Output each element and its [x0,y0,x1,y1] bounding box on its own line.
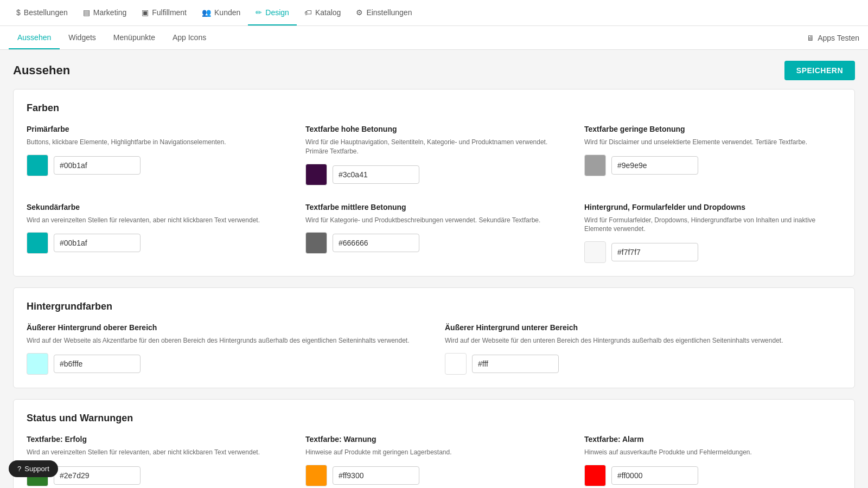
sekundaerfarbe-item: Sekundärfarbe Wird an vereinzelten Stell… [27,203,284,264]
subnav-menuepunkte[interactable]: Menüpunkte [105,26,164,49]
nav-item-fulfillment[interactable]: ▣ Fulfillment [134,0,194,25]
textfarbe-gering-item: Textfarbe geringe Betonung Wird für Disc… [584,125,841,185]
alarm-swatch[interactable] [584,465,606,486]
sekundaerfarbe-label: Sekundärfarbe [27,203,284,211]
aeusserer-unten-input[interactable] [472,355,559,373]
fulfillment-icon: ▣ [142,8,149,17]
farben-grid: Primärfarbe Buttons, klickbare Elemente,… [27,125,841,263]
aeusserer-oben-swatch[interactable] [27,353,48,375]
kunden-icon: 👥 [202,8,211,17]
hintergrundfarben-section: Hintergrundfarben Äußerer Hintergrund ob… [13,287,855,388]
textfarbe-hoch-swatch[interactable] [305,164,327,185]
sekundaerfarbe-swatch[interactable] [27,232,48,254]
primaerfarbe-item: Primärfarbe Buttons, klickbare Elemente,… [27,125,284,185]
nav-item-einstellungen[interactable]: ⚙ Einstellungen [348,0,419,25]
aeusserer-unten-label: Äußerer Hintergrund unterer Bereich [445,323,841,332]
textfarbe-hoch-item: Textfarbe hohe Betonung Wird für die Hau… [305,125,563,185]
monitor-icon: 🖥 [807,34,814,42]
warnung-label: Textfarbe: Warnung [305,435,563,444]
sekundaerfarbe-input[interactable] [54,234,141,252]
design-icon: ✏ [256,8,262,17]
primaerfarbe-input-row [27,155,284,176]
warnung-swatch[interactable] [305,465,327,486]
textfarbe-gering-input[interactable] [611,156,698,175]
support-icon: ? [17,465,21,473]
settings-icon: ⚙ [356,8,363,17]
hintergrundfarben-title: Hintergrundfarben [27,301,841,312]
textfarbe-mittel-item: Textfarbe mittlere Betonung Wird für Kat… [305,203,563,264]
erfolg-desc: Wird an vereinzelten Stellen für relevan… [27,448,284,457]
textfarbe-hoch-desc: Wird für die Hauptnavigation, Seitentite… [305,138,563,156]
page-title: Aussehen [13,63,70,78]
sekundaerfarbe-desc: Wird an vereinzelten Stellen für relevan… [27,216,284,225]
textfarbe-hoch-input[interactable] [333,165,419,184]
hintergrund-formular-input-row [584,241,841,263]
top-navigation: $ Bestellungen ▤ Marketing ▣ Fulfillment… [0,0,868,26]
warnung-item: Textfarbe: Warnung Hinweise auf Produkte… [305,435,563,486]
aeusserer-unten-swatch[interactable] [445,353,467,375]
status-title: Status und Warnungen [27,413,841,424]
aeusserer-unten-item: Äußerer Hintergrund unterer Bereich Wird… [445,323,841,375]
sekundaerfarbe-input-row [27,232,284,254]
primaerfarbe-desc: Buttons, klickbare Elemente, Highlightfa… [27,138,284,147]
alarm-item: Textfarbe: Alarm Hinweis auf ausverkauft… [584,435,841,486]
dollar-icon: $ [16,8,21,17]
erfolg-input-row [27,465,284,486]
erfolg-item: Textfarbe: Erfolg Wird an vereinzelten S… [27,435,284,486]
nav-item-marketing[interactable]: ▤ Marketing [75,0,134,25]
textfarbe-hoch-input-row [305,164,563,185]
hintergrund-formular-swatch[interactable] [584,241,606,263]
apps-testen-button[interactable]: 🖥 Apps Testen [807,34,859,42]
aeusserer-oben-desc: Wird auf der Webseite als Akzentfarbe fü… [27,336,423,345]
support-button[interactable]: ? Support [9,460,58,477]
textfarbe-gering-swatch[interactable] [584,155,606,176]
nav-item-bestellungen[interactable]: $ Bestellungen [9,0,75,25]
alarm-label: Textfarbe: Alarm [584,435,841,444]
status-section: Status und Warnungen Textfarbe: Erfolg W… [13,399,855,488]
warnung-input-row [305,465,563,486]
erfolg-input[interactable] [54,466,141,485]
save-button[interactable]: SPEICHERN [784,61,855,80]
subnav-app-icons[interactable]: App Icons [164,26,215,49]
page-header: Aussehen SPEICHERN [0,50,868,89]
primaerfarbe-swatch[interactable] [27,155,48,176]
textfarbe-gering-desc: Wird für Disclaimer und unselektierte El… [584,138,841,147]
aeusserer-oben-label: Äußerer Hintergrund oberer Bereich [27,323,423,332]
alarm-desc: Hinweis auf ausverkaufte Produkte und Fe… [584,448,841,457]
textfarbe-mittel-label: Textfarbe mittlere Betonung [305,203,563,211]
alarm-input-row [584,465,841,486]
sub-navigation: Aussehen Widgets Menüpunkte App Icons 🖥 … [0,26,868,50]
textfarbe-gering-label: Textfarbe geringe Betonung [584,125,841,133]
sub-nav-items: Aussehen Widgets Menüpunkte App Icons [9,26,215,49]
subnav-widgets[interactable]: Widgets [60,26,105,49]
aeusserer-oben-input-row [27,353,423,375]
farben-section: Farben Primärfarbe Buttons, klickbare El… [13,89,855,277]
nav-item-kunden[interactable]: 👥 Kunden [194,0,248,25]
textfarbe-mittel-input[interactable] [333,234,419,252]
textfarbe-mittel-swatch[interactable] [305,232,327,254]
hintergrund-formular-item: Hintergrund, Formularfelder und Dropdown… [584,203,841,264]
erfolg-label: Textfarbe: Erfolg [27,435,284,444]
nav-item-katalog[interactable]: 🏷 Katalog [297,0,348,25]
textfarbe-gering-input-row [584,155,841,176]
warnung-input[interactable] [333,466,419,485]
alarm-input[interactable] [611,466,698,485]
primaerfarbe-label: Primärfarbe [27,125,284,133]
textfarbe-hoch-label: Textfarbe hohe Betonung [305,125,563,133]
hintergrund-formular-desc: Wird für Formularfelder, Dropdowns, Hind… [584,216,841,234]
main-content: Farben Primärfarbe Buttons, klickbare El… [0,89,868,488]
aeusserer-oben-input[interactable] [54,355,141,373]
katalog-icon: 🏷 [304,8,312,17]
status-grid: Textfarbe: Erfolg Wird an vereinzelten S… [27,435,841,486]
aeusserer-unten-desc: Wird auf der Webseite für den unteren Be… [445,336,841,345]
warnung-desc: Hinweise auf Produkte mit geringen Lager… [305,448,563,457]
hintergrundfarben-grid: Äußerer Hintergrund oberer Bereich Wird … [27,323,841,375]
marketing-icon: ▤ [83,8,90,17]
primaerfarbe-input[interactable] [54,156,141,175]
nav-item-design[interactable]: ✏ Design [248,0,297,25]
farben-title: Farben [27,102,841,114]
hintergrund-formular-label: Hintergrund, Formularfelder und Dropdown… [584,203,841,211]
textfarbe-mittel-input-row [305,232,563,254]
hintergrund-formular-input[interactable] [611,243,698,261]
subnav-aussehen[interactable]: Aussehen [9,26,60,49]
